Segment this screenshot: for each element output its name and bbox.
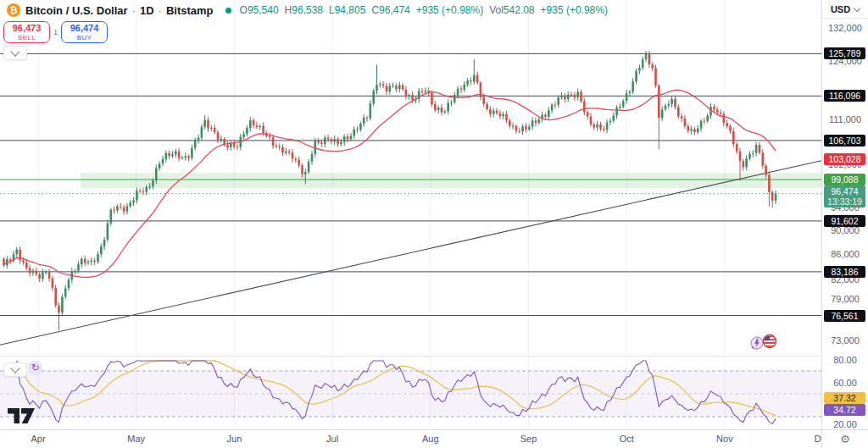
- rsi-tick-label: 60.00: [822, 378, 868, 388]
- price-tick-label: 111,000: [822, 114, 868, 124]
- time-axis-month: May: [127, 434, 145, 444]
- level-price-label: 125,789: [824, 47, 865, 59]
- buy-label: BUY: [77, 35, 92, 41]
- price-tick-label: 73,000: [822, 335, 868, 346]
- volume-change: +935 (+0.98%): [541, 4, 608, 16]
- event-markers[interactable]: [749, 334, 780, 351]
- axis-settings-corner: ⚙: [821, 429, 868, 448]
- rsi-value-label: 34.72: [824, 404, 865, 416]
- time-axis-month: Aug: [422, 434, 439, 444]
- exchange-label: Bitstamp: [166, 4, 214, 17]
- level-price-label: 76,561: [824, 310, 865, 322]
- grid-layer: [38, 0, 725, 429]
- spread-value: 1: [50, 28, 61, 36]
- symbol-title[interactable]: Bitcoin / U.S. Dollar · 1D · Bitstamp: [25, 4, 214, 17]
- last-price-label: 96,47413:33:19: [824, 185, 865, 207]
- separator-dot: ·: [132, 4, 136, 17]
- market-status-dot[interactable]: [225, 8, 231, 14]
- time-axis-month: Oct: [620, 434, 634, 444]
- chart-header: ₿ Bitcoin / U.S. Dollar · 1D · Bitstamp …: [7, 3, 608, 18]
- price-chart-canvas[interactable]: [0, 0, 868, 448]
- ma-price-label: 103,028: [824, 153, 865, 165]
- price-axis[interactable]: USD 132,000124,000111,000102,00098,00094…: [821, 0, 868, 429]
- ohlc-pair: H96,538: [285, 4, 323, 16]
- ohlc-pair: O95,540: [240, 4, 279, 16]
- price-change: +935 (+0.98%): [416, 4, 483, 16]
- ohlc-readout: O95,540H96,538L94,805C96,474 +935 (+0.98…: [240, 4, 608, 16]
- gear-icon[interactable]: ⚙: [840, 433, 850, 445]
- collapse-rsi-pane-button[interactable]: [3, 362, 27, 377]
- trade-panel: 96,473 SELL 1 96,474 BUY: [3, 21, 108, 43]
- symbol-name: Bitcoin / U.S. Dollar: [25, 4, 128, 17]
- tradingview-chart-window: ₿ Bitcoin / U.S. Dollar · 1D · Bitstamp …: [0, 0, 868, 448]
- time-axis-month: Dec: [815, 434, 821, 444]
- interval-label[interactable]: 1D: [140, 4, 154, 17]
- level-price-label: 106,703: [824, 135, 865, 147]
- level-price-label: 116,096: [824, 90, 865, 102]
- sell-button[interactable]: 96,473 SELL: [3, 21, 50, 43]
- rsi-indicator-refresh-icon[interactable]: ↻: [28, 361, 42, 375]
- currency-label: USD: [831, 4, 850, 14]
- rsi-tick-label: 20.00: [822, 419, 868, 429]
- buy-button[interactable]: 96,474 BUY: [61, 21, 108, 43]
- time-axis-month: Jun: [227, 434, 242, 444]
- rsi-pane: [0, 361, 821, 424]
- collapse-legend-button[interactable]: [3, 46, 27, 60]
- level-price-label: 83,186: [824, 266, 865, 278]
- buy-price: 96,474: [70, 24, 99, 33]
- tradingview-logo[interactable]: [7, 407, 46, 425]
- time-axis[interactable]: AprMayJunJulAugSepOctNovDec: [0, 429, 821, 448]
- time-axis-month: Apr: [31, 434, 45, 444]
- support-price-label: 99,088: [824, 174, 865, 185]
- separator-dot: ·: [159, 4, 162, 17]
- sell-price: 96,473: [13, 24, 42, 33]
- trendline: [0, 161, 821, 346]
- main-pane: [0, 51, 821, 346]
- rsi-ma-value-label: 37.32: [824, 392, 865, 404]
- us-flag-icon: [764, 335, 776, 348]
- time-axis-month: Nov: [716, 434, 733, 444]
- bitcoin-icon: ₿: [7, 3, 20, 17]
- time-axis-month: Jul: [326, 434, 338, 444]
- chevron-down-icon: [854, 4, 860, 11]
- volume-readout: Vol542.08: [489, 4, 534, 16]
- chevron-down-icon: [10, 47, 19, 56]
- price-scale-currency-toggle[interactable]: USD: [822, 0, 868, 19]
- chevron-down-icon: [10, 363, 19, 373]
- level-price-label: 91,602: [824, 215, 865, 227]
- price-tick-label: 86,000: [822, 249, 868, 259]
- rsi-tick-label: 80.00: [822, 355, 868, 365]
- price-tick-label: 79,000: [822, 294, 868, 304]
- ohlc-pair: C96,474: [371, 4, 409, 16]
- ohlc-pair: L94,805: [329, 4, 365, 16]
- sell-label: SELL: [18, 35, 36, 41]
- time-axis-month: Sep: [520, 434, 537, 444]
- ohlc-values: O95,540H96,538L94,805C96,474: [240, 4, 410, 16]
- price-tick-label: 132,000: [822, 23, 868, 33]
